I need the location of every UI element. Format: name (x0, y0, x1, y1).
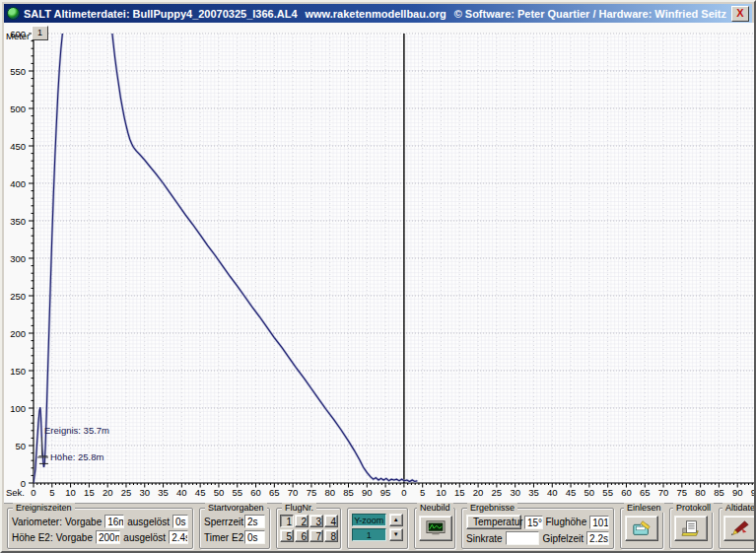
app-window: SALT Altimeterdatei: BullPuppy4_20070325… (0, 0, 756, 553)
y-tick-label: 350 (10, 216, 26, 227)
x-tick-label: 5 (420, 487, 425, 498)
y-tick-label: 500 (10, 104, 26, 114)
x-tick-label: 15 (454, 487, 465, 498)
ausgeloest-label: ausgelöst (123, 532, 166, 543)
variometer-ausgeloest-field[interactable]: 0s (172, 515, 188, 528)
x-tick-label: 95 (380, 487, 391, 498)
x-tick-label: 55 (232, 487, 242, 498)
x-tick-label: 25 (121, 487, 132, 498)
printer-document-icon (681, 519, 701, 537)
ausgeloest-label: ausgelöst (127, 517, 170, 527)
sperrzeit-field[interactable]: 2s (244, 515, 265, 528)
close-button[interactable]: X (731, 6, 749, 22)
x-tick-label: 10 (436, 487, 447, 498)
x-tick-label: 15 (84, 487, 95, 498)
control-panel: Ereigniszeiten Variometer: Vorgabe 16m/s… (4, 504, 752, 551)
oscilloscope-monitor-icon (426, 519, 446, 537)
title-left: SALT Altimeterdatei: BullPuppy4_20070325… (7, 7, 298, 20)
protokoll-button[interactable] (674, 516, 708, 541)
x-tick-label: 5 (49, 487, 54, 498)
x-axis-title: Sek. (6, 487, 25, 498)
flugnr-button[interactable]: 3 (309, 515, 323, 527)
x-tick-label: 35 (528, 487, 539, 498)
yzoom-label: Y-zoom (352, 514, 386, 526)
y-tick-label: 550 (10, 66, 26, 77)
group-einlesen: Einlesen (620, 508, 663, 549)
x-tick-label: 35 (158, 487, 169, 498)
title-bar: SALT Altimeterdatei: BullPuppy4_20070325… (4, 4, 752, 23)
flugnr-button[interactable]: 2 (295, 515, 309, 527)
group-neubild: Neubild (414, 508, 455, 549)
yzoom-up-button[interactable]: ▲ (389, 514, 403, 526)
neubild-button[interactable] (419, 516, 452, 541)
yzoom-value: 1 (352, 528, 386, 541)
group-title: Ergebnisse (467, 503, 517, 513)
x-tick-label: 45 (566, 487, 577, 498)
arrow-down-icon: ▼ (393, 531, 399, 537)
hoehe-e2-vorgabe-field[interactable]: 200m (96, 530, 120, 544)
flight-number-badge[interactable]: 1 (32, 26, 48, 40)
flugnr-button[interactable]: 6 (295, 529, 309, 542)
x-tick-label: 60 (250, 487, 261, 498)
group-title: Ereigniszeiten (13, 503, 75, 513)
arrow-up-icon: ▲ (393, 517, 399, 522)
x-tick-label: 40 (547, 487, 558, 498)
x-tick-label: 65 (269, 487, 280, 498)
einlesen-button[interactable] (625, 516, 658, 541)
y-tick-label: 200 (10, 328, 26, 339)
y-tick-label: 250 (10, 291, 26, 302)
x-tick-label: 95 (751, 487, 756, 498)
flugnr-button[interactable]: 5 (280, 529, 294, 542)
x-tick-label: 20 (103, 487, 113, 498)
group-title: Altidatei (722, 503, 756, 513)
globe-icon (7, 7, 20, 20)
gipfelzeit-label: Gipfelzeit (542, 533, 584, 544)
x-tick-label: 70 (288, 487, 299, 498)
read-disk-pencil-icon (632, 519, 652, 537)
temperatur-field[interactable]: 15°C (524, 516, 543, 529)
x-tick-label: 25 (492, 487, 503, 498)
x-tick-label: 30 (139, 487, 150, 498)
x-tick-label: 10 (65, 487, 76, 498)
altidatei-button[interactable] (723, 516, 756, 541)
temperatur-button[interactable]: Temperatur (466, 515, 521, 529)
x-tick-label: 45 (195, 487, 206, 498)
vorgabe-label: Vorgabe (56, 532, 93, 543)
y-axis-title: Meter (6, 31, 30, 41)
x-tick-label: 30 (510, 487, 520, 498)
group-protokoll: Protokoll (669, 508, 713, 549)
variometer-vorgabe-field[interactable]: 16m/s (104, 515, 124, 528)
x-tick-label: 70 (658, 487, 669, 498)
annotation-hoehe: Höhe: 25.8m (50, 451, 103, 462)
gipfelzeit-field[interactable]: 2.2s (586, 531, 609, 545)
flugnr-button[interactable]: 1 (280, 515, 294, 527)
x-tick-label: 50 (214, 487, 225, 498)
variometer-label: Variometer: (12, 517, 62, 527)
flugnr-button[interactable]: 8 (324, 529, 338, 542)
altitude-chart[interactable]: 050100150200250300350400450500550600Mete… (4, 23, 756, 504)
group-ereigniszeiten: Ereigniszeiten Variometer: Vorgabe 16m/s… (7, 508, 193, 549)
x-tick-label: 80 (324, 487, 335, 498)
flughoehe-label: Flughöhe (546, 517, 587, 527)
rocket-pen-icon (730, 519, 750, 537)
flugnr-button[interactable]: 7 (309, 529, 323, 542)
hoehe-e2-ausgeloest-field[interactable]: 2.4s (169, 530, 188, 544)
sperrzeit-label: Sperrzeit (204, 517, 241, 527)
x-tick-label: 0 (401, 487, 406, 498)
title-url: www.raketenmodellbau.org (298, 8, 454, 20)
x-tick-label: 50 (584, 487, 595, 498)
y-tick-label: 50 (15, 441, 26, 451)
x-tick-label: 0 (31, 487, 35, 498)
vorgabe-label: Vorgabe (65, 517, 102, 527)
timer-e2-field[interactable]: 0s (244, 530, 265, 544)
flugnr-button[interactable]: 4 (324, 515, 338, 527)
flughoehe-field[interactable]: 101m (589, 516, 609, 529)
sinkrate-field[interactable] (506, 531, 540, 545)
y-tick-label: 150 (10, 366, 26, 377)
y-tick-label: 300 (10, 253, 26, 264)
yzoom-down-button[interactable]: ▼ (389, 528, 403, 541)
group-altidatei: Altidatei (719, 508, 756, 549)
y-tick-label: 400 (10, 178, 26, 189)
group-title: Neubild (417, 503, 453, 513)
x-tick-label: 85 (714, 487, 724, 498)
